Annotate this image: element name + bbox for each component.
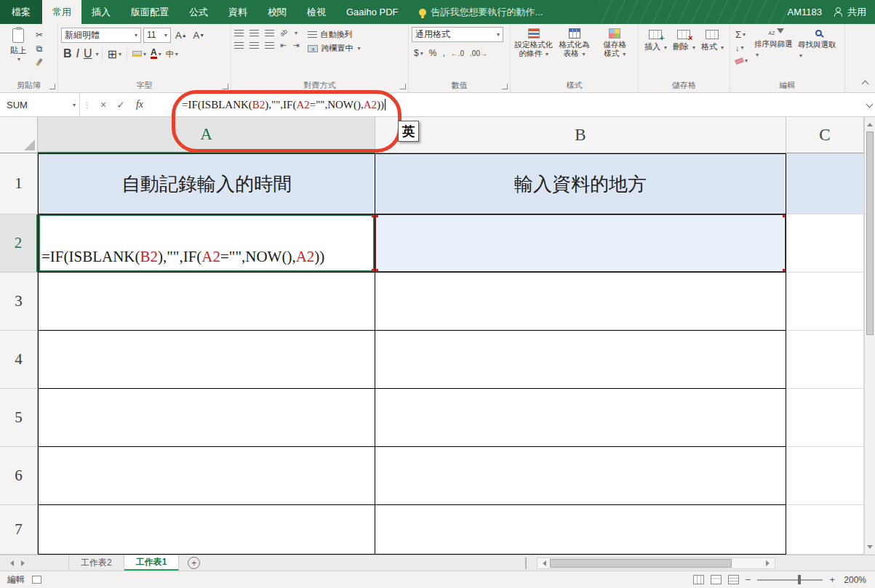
horizontal-scrollbar[interactable] [537, 557, 775, 569]
zoom-slider-thumb[interactable] [798, 575, 801, 584]
font-color-button[interactable]: A▾ [148, 46, 164, 62]
font-dialog-launcher[interactable] [223, 84, 228, 89]
previous-sheet-button[interactable] [7, 558, 14, 568]
horizontal-scrollbar-thumb[interactable] [550, 559, 732, 568]
font-size-combo[interactable]: 11▾ [143, 28, 171, 43]
tab-home[interactable]: 常用 [42, 0, 81, 24]
row-header-5[interactable]: 5 [0, 389, 38, 447]
collapse-ribbon-icon[interactable] [862, 81, 869, 88]
format-cells-button[interactable]: 格式 ▾ [701, 30, 724, 52]
decrease-decimal-button[interactable]: .00→ [468, 45, 490, 61]
column-header-b[interactable]: B [375, 117, 786, 153]
tab-page-layout[interactable]: 版面配置 [121, 0, 179, 24]
formula-input[interactable]: =IF(ISBLANK(B2),"",IF(A2="",NOW(),A2)) [182, 99, 385, 111]
scroll-down-button[interactable] [865, 542, 875, 555]
wrap-text-button[interactable]: 自動換列 [308, 29, 360, 40]
percent-button[interactable]: % [427, 45, 439, 61]
decrease-indent-icon[interactable]: ⇤ [280, 41, 287, 50]
clear-button[interactable]: ▾ [733, 55, 754, 67]
zoom-level[interactable]: 200% [842, 575, 866, 585]
cut-button[interactable]: ✂ [33, 28, 45, 41]
column-header-a[interactable]: A [38, 117, 375, 153]
row-header-2[interactable]: 2 [0, 214, 38, 273]
zoom-out-button[interactable]: − [746, 574, 751, 585]
share-button[interactable]: 共用 [834, 6, 866, 19]
scroll-right-button[interactable] [764, 558, 775, 568]
zoom-in-button[interactable]: + [829, 574, 835, 585]
new-sheet-button[interactable]: + [188, 557, 200, 569]
delete-cells-button[interactable]: 刪除 ▾ [673, 30, 695, 52]
scroll-up-button[interactable] [865, 117, 875, 129]
cell-a7[interactable] [38, 505, 375, 555]
page-break-view-button[interactable] [728, 575, 739, 584]
orientation-icon[interactable]: ab [279, 28, 289, 38]
phonetic-button[interactable]: 中▾ [164, 46, 180, 62]
tab-data[interactable]: 資料 [218, 0, 257, 24]
italic-button[interactable]: I [74, 46, 81, 62]
cell-a3[interactable] [38, 273, 375, 331]
find-select-button[interactable]: 尋找與選取 ▾ [798, 28, 842, 67]
row-header-7[interactable]: 7 [0, 505, 38, 555]
column-header-c[interactable]: C [786, 117, 864, 153]
sheet-tab-worksheet1[interactable]: 工作表1 [124, 555, 180, 571]
row-header-6[interactable]: 6 [0, 447, 38, 505]
merge-center-button[interactable]: a 跨欄置中 ▾ [308, 43, 360, 54]
number-format-combo[interactable]: 通用格式▾ [412, 27, 503, 42]
vertical-scrollbar-thumb[interactable] [866, 132, 874, 335]
macro-record-icon[interactable] [32, 576, 41, 584]
align-top-icon[interactable] [234, 30, 244, 36]
cell-c3[interactable] [786, 273, 864, 331]
cell-b6[interactable] [375, 447, 786, 505]
formula-bar-splitter[interactable]: ⋮ [80, 101, 95, 109]
row-header-1[interactable]: 1 [0, 153, 38, 214]
alignment-dialog-launcher[interactable] [400, 84, 406, 89]
normal-view-button[interactable] [693, 575, 704, 584]
tab-review[interactable]: 校閱 [257, 0, 297, 24]
currency-button[interactable]: $▾ [412, 45, 425, 61]
tab-file[interactable]: 檔案 [0, 0, 42, 24]
align-middle-icon[interactable] [249, 30, 259, 36]
align-right-icon[interactable] [265, 42, 274, 49]
font-name-combo[interactable]: 新細明體▾ [61, 28, 141, 43]
row-header-4[interactable]: 4 [0, 331, 38, 389]
tab-view[interactable]: 檢視 [297, 0, 336, 24]
underline-button[interactable]: U [81, 46, 95, 62]
format-painter-button[interactable] [33, 56, 45, 68]
next-sheet-button[interactable] [21, 558, 28, 568]
number-dialog-launcher[interactable] [502, 84, 508, 89]
cell-a2[interactable]: =IF(ISBLANK(B2),"",IF(A2="",NOW(),A2)) [38, 214, 375, 273]
align-center-icon[interactable] [249, 42, 259, 49]
cell-b5[interactable] [375, 389, 786, 447]
name-box[interactable]: SUM ▾ [0, 93, 80, 116]
cell-c1[interactable] [786, 153, 864, 214]
cell-b4[interactable] [375, 331, 786, 389]
cell-a4[interactable] [38, 331, 375, 389]
cell-styles-button[interactable]: 儲存格 樣式 ▾ [594, 28, 635, 59]
cell-a1[interactable]: 自動記錄輸入的時間 [38, 153, 375, 214]
cell-c2[interactable] [786, 214, 864, 273]
sort-filter-button[interactable]: AZ 排序與篩選 ▾ [754, 28, 798, 67]
vertical-scrollbar[interactable] [864, 117, 875, 555]
scroll-left-button[interactable] [538, 558, 548, 568]
format-as-table-button[interactable]: 格式化為 表格 ▾ [554, 28, 595, 59]
conditional-formatting-button[interactable]: 設定格式化 的條件 ▾ [514, 28, 554, 59]
expand-formula-bar-icon[interactable] [866, 101, 874, 108]
cell-a6[interactable] [38, 447, 375, 505]
cell-b2[interactable] [375, 214, 786, 273]
tab-insert[interactable]: 插入 [81, 0, 121, 24]
cell-b3[interactable] [375, 273, 786, 331]
cell-b7[interactable] [375, 505, 786, 555]
copy-button[interactable]: ⧉ [33, 42, 45, 55]
cell-c7[interactable] [786, 505, 864, 555]
cancel-button[interactable]: × [95, 93, 112, 116]
cell-a5[interactable] [38, 389, 375, 447]
tab-formulas[interactable]: 公式 [179, 0, 218, 24]
autosum-button[interactable]: Σ▾ [733, 28, 754, 41]
align-left-icon[interactable] [234, 42, 244, 49]
cell-c5[interactable] [786, 389, 864, 447]
insert-function-button[interactable]: fx [129, 93, 150, 116]
cell-c6[interactable] [786, 447, 864, 505]
clipboard-dialog-launcher[interactable] [49, 84, 55, 89]
sheet-tab-worksheet2[interactable]: 工作表2 [68, 555, 124, 571]
paste-button[interactable]: 貼上 ▾ [3, 27, 33, 68]
